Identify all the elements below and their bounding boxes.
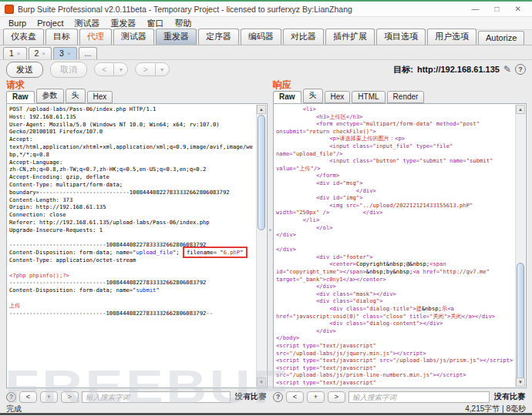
request-search-input[interactable] (82, 391, 231, 403)
repeater-tab-1[interactable]: 1× (3, 47, 27, 59)
code-line: POST /upload-labs/Pass-06/index.php HTTP… (9, 106, 255, 113)
main-tab-重发器[interactable]: 重发器 (156, 29, 197, 45)
annotation-highlight-box: filename= "6.phP" (183, 247, 247, 258)
code-line: Host: 192.168.61.135 (9, 113, 255, 121)
request-editor[interactable]: POST /upload-labs/Pass-06/index.php HTTP… (6, 103, 268, 388)
status-bar: 完成 4,215字节 | 8毫秒 (0, 404, 532, 413)
edit-target-icon[interactable]: ✎ (503, 64, 511, 75)
menu-item-重发器[interactable]: 重发器 (106, 18, 142, 29)
close-tab-icon[interactable]: × (17, 50, 21, 57)
code-line: </body> (276, 334, 514, 342)
status-done-label: 完成 (6, 404, 22, 413)
cancel-button[interactable]: 取消 (50, 62, 87, 78)
response-search-count-button[interactable]: + (307, 391, 325, 403)
main-tab-Autorize[interactable]: Autorize (478, 31, 524, 45)
next-request-button[interactable]: > (135, 62, 155, 76)
code-line: Content-Disposition: form-data; name="su… (9, 287, 255, 294)
main-tab-目标[interactable]: 目标 (45, 29, 78, 45)
help-icon[interactable]: ? (515, 64, 526, 75)
request-search-bar: ? < + > 没有比赛 (6, 388, 268, 405)
request-text[interactable]: POST /upload-labs/Pass-06/index.php HTTP… (9, 106, 255, 387)
next-request-dropdown-icon[interactable]: ▼ (156, 62, 170, 76)
scroll-down-icon[interactable]: ▼ (516, 377, 525, 387)
scroll-up-icon[interactable]: ▲ (257, 105, 266, 114)
response-search-prev-button[interactable]: < (286, 391, 304, 403)
response-search-help-icon[interactable]: ? (273, 392, 283, 402)
window-bottom-edge (0, 413, 532, 415)
response-panel: 响应 Raw头HexHTMLRender <li> <h3>上传区</h3> <… (273, 79, 527, 405)
response-tab-Raw[interactable]: Raw (273, 91, 301, 103)
send-button[interactable]: 发送 (6, 62, 43, 78)
repeater-tab-...[interactable]: ... (79, 47, 98, 59)
main-tab-测试器[interactable]: 测试器 (113, 29, 154, 45)
divider-grip-icon (269, 229, 271, 231)
main-tab-用户选项[interactable]: 用户选项 (427, 29, 476, 45)
request-search-count-button[interactable]: + (40, 391, 58, 403)
request-search-help-icon[interactable]: ? (6, 392, 16, 402)
code-line: Accept: (9, 136, 255, 143)
target-label: 目标: (393, 64, 413, 75)
response-tab-Hex[interactable]: Hex (325, 91, 351, 103)
scroll-down-icon[interactable]: ▼ (257, 377, 266, 387)
menu-item-Project[interactable]: Project (32, 18, 69, 28)
response-search-next-button[interactable]: > (328, 391, 345, 403)
code-line: <center>Copyright&nbsp;@&nbsp;<span (276, 260, 514, 268)
response-tab-HTML[interactable]: HTML (352, 91, 385, 103)
request-search-prev-button[interactable]: < (19, 391, 37, 403)
code-line: -----------------------------10084440822… (9, 310, 255, 317)
code-line: src="/upload-labs/js/prism-line-numbers.… (276, 371, 514, 379)
target-bar: 目标: http://192.168.61.135 ✎ ? (393, 64, 526, 75)
response-scrollbar-thumb[interactable] (517, 263, 524, 384)
scroll-up-icon[interactable]: ▲ (516, 105, 525, 114)
request-panel: 请求 Raw参数头Hex POST /upload-labs/Pass-06/i… (6, 79, 268, 405)
code-line: <li> (276, 106, 514, 113)
menu-item-测试器[interactable]: 测试器 (69, 18, 106, 29)
code-line (9, 234, 255, 242)
code-line: Accept-Encoding: gzip, deflate (9, 173, 255, 181)
menu-item-Burp[interactable]: Burp (3, 18, 32, 28)
close-button[interactable]: ✕ (515, 5, 521, 13)
repeater-tab-3[interactable]: 3× (53, 47, 77, 59)
code-line: name="upload_file"/> (276, 150, 514, 158)
response-text[interactable]: <li> <h3>上传区</h3> <form enctype="multipa… (276, 106, 514, 387)
main-tab-项目选项[interactable]: 项目选项 (376, 29, 426, 45)
main-tab-定序器[interactable]: 定序器 (198, 29, 239, 45)
panel-divider[interactable] (268, 79, 273, 405)
code-line: Connection: close (9, 211, 255, 219)
response-tab-Render[interactable]: Render (387, 91, 425, 103)
maximize-button[interactable]: □ (495, 5, 500, 13)
request-scrollbar-thumb[interactable] (258, 115, 265, 230)
main-tab-插件扩展[interactable]: 插件扩展 (325, 29, 375, 45)
request-scrollbar[interactable]: ▲ ▼ (256, 105, 266, 387)
main-tab-bar: 仪表盘目标代理测试器重发器定序器编码器对比器插件扩展项目选项用户选项Autori… (0, 30, 532, 45)
main-tab-代理[interactable]: 代理 (79, 29, 112, 45)
prev-request-dropdown-icon[interactable]: ▼ (114, 62, 128, 76)
request-search-next-button[interactable]: > (61, 391, 79, 403)
main-tab-对比器[interactable]: 对比器 (283, 29, 324, 45)
code-line: Content-Length: 373 (9, 196, 255, 204)
prev-request-button[interactable]: < (94, 62, 114, 76)
main-tab-仪表盘[interactable]: 仪表盘 (3, 29, 44, 45)
code-line: <input class="button" type="submit" name… (276, 157, 514, 165)
repeater-tab-2[interactable]: 2× (29, 47, 52, 59)
response-stats-label: 4,215字节 | 8毫秒 (465, 404, 526, 413)
close-tab-icon[interactable]: × (67, 50, 71, 57)
menu-item-帮助[interactable]: 帮助 (170, 18, 197, 29)
code-line: boundary=---------------------------1008… (9, 189, 255, 196)
request-tab-Hex[interactable]: Hex (87, 91, 113, 103)
response-scrollbar[interactable]: ▲ ▼ (515, 105, 525, 387)
request-tab-参数[interactable]: 参数 (36, 89, 64, 103)
code-line (9, 294, 255, 302)
menu-item-窗口[interactable]: 窗口 (142, 18, 170, 29)
code-line: onsubmit="return checkFile()"> (276, 128, 514, 136)
code-line: Accept-Language: (9, 159, 255, 166)
request-tab-头[interactable]: 头 (66, 89, 86, 103)
response-viewer[interactable]: <li> <h3>上传区</h3> <form enctype="multipa… (273, 103, 527, 388)
code-line: </div> (276, 327, 514, 335)
main-tab-编码器[interactable]: 编码器 (241, 29, 281, 45)
response-tab-头[interactable]: 头 (303, 89, 323, 103)
close-tab-icon[interactable]: × (42, 50, 45, 57)
request-tab-Raw[interactable]: Raw (6, 91, 35, 103)
minimize-button[interactable]: — (472, 5, 480, 13)
response-search-input[interactable] (348, 391, 490, 403)
